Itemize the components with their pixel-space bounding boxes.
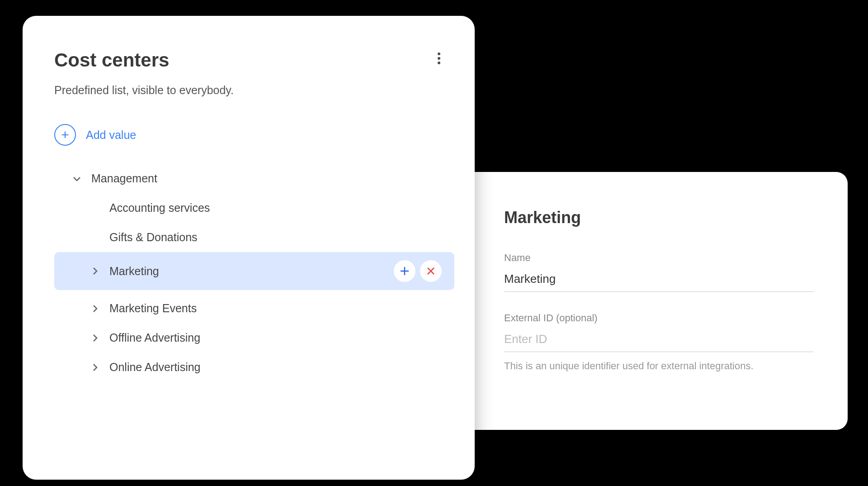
svg-point-2 — [438, 62, 440, 64]
tree-item-label: Online Advertising — [109, 361, 201, 374]
tree-item-label: Marketing Events — [109, 302, 197, 315]
panel-subtitle: Predefined list, visible to everybody. — [54, 84, 454, 97]
detail-title: Marketing — [504, 208, 814, 227]
panel-header: Cost centers — [54, 48, 454, 72]
tree-item-management[interactable]: Management — [54, 164, 454, 193]
panel-title: Cost centers — [54, 49, 169, 71]
external-id-field-group: External ID (optional) This is an unique… — [504, 312, 814, 372]
chevron-right-icon — [90, 363, 99, 372]
name-input[interactable] — [504, 269, 814, 292]
more-icon[interactable] — [433, 48, 445, 72]
chevron-right-icon — [90, 334, 99, 342]
plus-icon: + — [54, 124, 76, 146]
tree-item-label: Offline Advertising — [109, 331, 200, 344]
external-id-input[interactable] — [504, 329, 814, 352]
detail-panel: Marketing Name External ID (optional) Th… — [459, 172, 848, 430]
tree-item-label: Accounting services — [109, 201, 210, 214]
svg-point-1 — [438, 57, 440, 60]
tree-item-label: Marketing — [109, 265, 159, 278]
svg-point-0 — [438, 52, 440, 55]
add-child-button[interactable] — [394, 260, 415, 282]
name-field-group: Name — [504, 252, 814, 292]
name-field-label: Name — [504, 252, 814, 264]
tree-item-gifts-donations[interactable]: Gifts & Donations — [54, 223, 454, 252]
tree-item-marketing[interactable]: Marketing — [54, 252, 454, 290]
chevron-right-icon — [90, 267, 99, 275]
chevron-down-icon — [72, 176, 81, 181]
add-value-button[interactable]: + Add value — [54, 124, 454, 146]
tree-item-actions — [394, 260, 445, 282]
tree-item-accounting-services[interactable]: Accounting services — [54, 193, 454, 223]
tree-item-label: Gifts & Donations — [109, 231, 198, 244]
tree-item-offline-advertising[interactable]: Offline Advertising — [54, 323, 454, 353]
external-id-helper: This is an unique identifier used for ex… — [504, 360, 814, 372]
tree-item-label: Management — [91, 172, 157, 185]
tree-item-online-advertising[interactable]: Online Advertising — [54, 353, 454, 382]
add-value-label: Add value — [86, 129, 136, 142]
chevron-right-icon — [90, 305, 99, 313]
cost-centers-panel: Cost centers Predefined list, visible to… — [23, 16, 475, 480]
tree-item-marketing-events[interactable]: Marketing Events — [54, 294, 454, 323]
delete-button[interactable] — [420, 260, 442, 282]
external-id-field-label: External ID (optional) — [504, 312, 814, 324]
cost-center-tree: Management Accounting services Gifts & D… — [54, 164, 454, 382]
